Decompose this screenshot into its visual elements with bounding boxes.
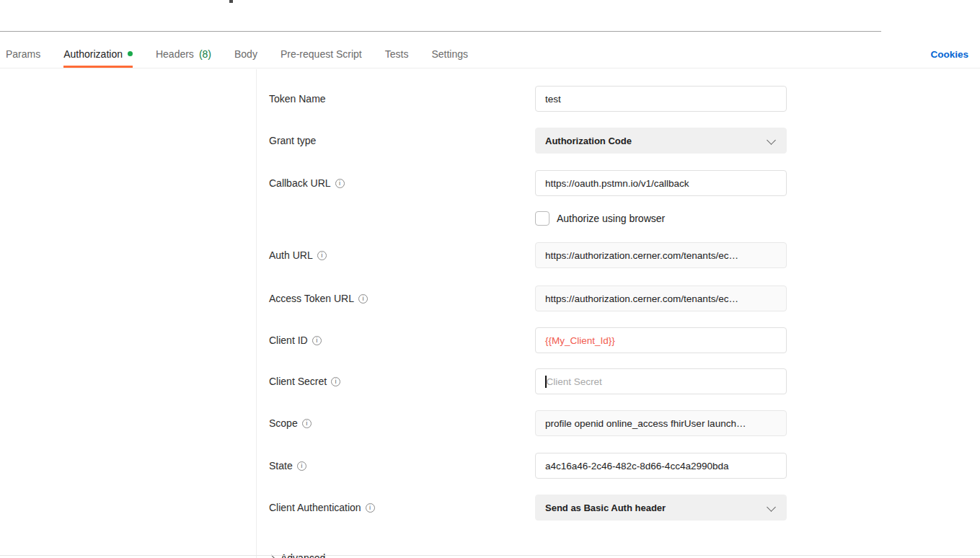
token-name-row: Token Name test bbox=[257, 86, 980, 112]
tab-body-label: Body bbox=[234, 48, 257, 60]
authorize-browser-label: Authorize using browser bbox=[557, 213, 665, 224]
auth-url-label: Auth URL i bbox=[269, 242, 327, 268]
auth-url-input[interactable]: https://authorization.cerner.com/tenants… bbox=[535, 242, 787, 268]
tab-settings[interactable]: Settings bbox=[431, 40, 468, 68]
url-section-divider bbox=[0, 31, 881, 32]
client-authentication-select[interactable]: Send as Basic Auth header bbox=[535, 495, 787, 521]
info-icon[interactable]: i bbox=[302, 419, 312, 428]
access-token-url-input[interactable]: https://authorization.cerner.com/tenants… bbox=[535, 285, 787, 311]
info-icon[interactable]: i bbox=[366, 503, 375, 513]
info-icon[interactable]: i bbox=[297, 461, 306, 471]
tab-pre-request-script[interactable]: Pre-request Script bbox=[281, 40, 362, 68]
grant-type-select[interactable]: Authorization Code bbox=[535, 128, 787, 154]
info-icon[interactable]: i bbox=[331, 377, 340, 386]
client-id-row: Client ID i {{My_Client_Id}} bbox=[257, 327, 980, 353]
tab-settings-label: Settings bbox=[431, 48, 468, 60]
client-id-input[interactable]: {{My_Client_Id}} bbox=[535, 327, 787, 353]
info-icon[interactable]: i bbox=[335, 179, 345, 188]
token-name-input[interactable]: test bbox=[535, 86, 787, 112]
callback-url-label: Callback URL i bbox=[269, 170, 345, 196]
modified-dot-icon bbox=[128, 51, 133, 56]
bottom-divider bbox=[0, 555, 980, 556]
tab-headers-label: Headers bbox=[156, 48, 194, 60]
state-input[interactable]: a4c16a46-2c46-482c-8d66-4cc4a2990bda bbox=[535, 453, 787, 479]
tab-pre-request-script-label: Pre-request Script bbox=[281, 48, 362, 60]
tab-tests-label: Tests bbox=[385, 48, 409, 60]
scope-input[interactable]: profile openid online_access fhirUser la… bbox=[535, 410, 787, 436]
client-secret-label: Client Secret i bbox=[269, 368, 340, 394]
callback-url-input[interactable]: https://oauth.pstmn.io/v1/callback bbox=[535, 170, 787, 196]
access-token-url-label: Access Token URL i bbox=[269, 285, 368, 311]
tab-authorization[interactable]: Authorization bbox=[63, 40, 133, 68]
clipped-content-fragment bbox=[229, 0, 233, 3]
client-authentication-row: Client Authentication i Send as Basic Au… bbox=[257, 495, 980, 521]
tab-authorization-label: Authorization bbox=[63, 48, 123, 60]
auth-url-row: Auth URL i https://authorization.cerner.… bbox=[257, 242, 980, 268]
info-icon[interactable]: i bbox=[312, 336, 322, 345]
request-tabbar: Params Authorization Headers (8) Body Pr… bbox=[0, 40, 980, 68]
state-row: State i a4c16a46-2c46-482c-8d66-4cc4a299… bbox=[257, 453, 980, 479]
cookies-link[interactable]: Cookies bbox=[930, 40, 968, 68]
tab-body[interactable]: Body bbox=[234, 40, 257, 68]
token-name-label: Token Name bbox=[269, 86, 326, 112]
scope-label: Scope i bbox=[269, 410, 312, 436]
client-secret-input[interactable]: Client Secret bbox=[535, 368, 787, 394]
callback-url-row: Callback URL i https://oauth.pstmn.io/v1… bbox=[257, 170, 980, 196]
grant-type-label: Grant type bbox=[269, 128, 316, 154]
access-token-url-row: Access Token URL i https://authorization… bbox=[257, 285, 980, 311]
auth-type-sidebar bbox=[0, 69, 257, 558]
state-label: State i bbox=[269, 453, 306, 479]
info-icon[interactable]: i bbox=[358, 294, 368, 304]
tab-tests[interactable]: Tests bbox=[385, 40, 409, 68]
authorize-browser-checkbox[interactable] bbox=[535, 211, 549, 226]
auth-form: Token Name test Grant type Authorization… bbox=[257, 69, 980, 558]
tab-headers[interactable]: Headers (8) bbox=[156, 40, 211, 68]
authorize-browser-row: Authorize using browser bbox=[257, 211, 980, 226]
scope-row: Scope i profile openid online_access fhi… bbox=[257, 410, 980, 436]
client-id-label: Client ID i bbox=[269, 327, 322, 353]
tab-params[interactable]: Params bbox=[6, 40, 40, 68]
headers-count-badge: (8) bbox=[199, 48, 211, 60]
client-authentication-label: Client Authentication i bbox=[269, 495, 375, 521]
grant-type-row: Grant type Authorization Code bbox=[257, 128, 980, 154]
advanced-section-toggle[interactable]: Advanced bbox=[269, 551, 325, 558]
chevron-down-icon bbox=[767, 502, 776, 512]
chevron-down-icon bbox=[767, 136, 776, 145]
info-icon[interactable]: i bbox=[317, 251, 327, 260]
tab-params-label: Params bbox=[6, 48, 40, 60]
request-editor: Params Authorization Headers (8) Body Pr… bbox=[0, 0, 980, 558]
client-secret-row: Client Secret i Client Secret bbox=[257, 368, 980, 394]
authorization-panel: Token Name test Grant type Authorization… bbox=[0, 69, 980, 558]
